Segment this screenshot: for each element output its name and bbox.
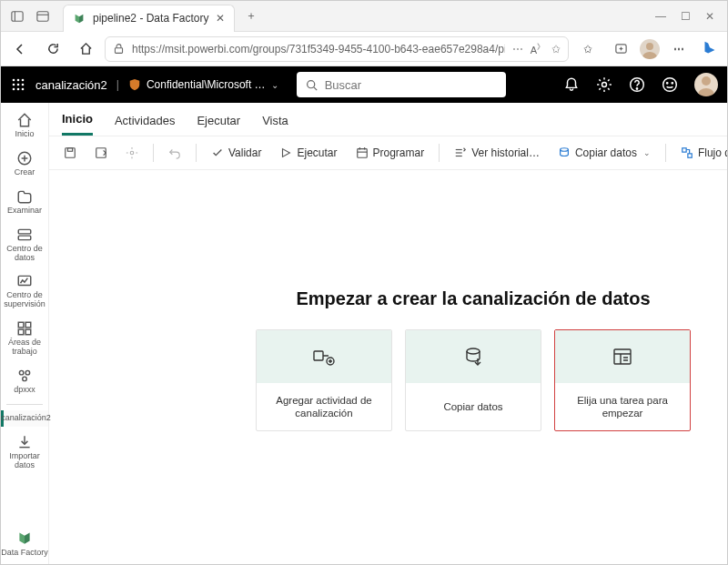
window-minimize-icon[interactable]: —	[655, 10, 666, 23]
svg-point-36	[25, 370, 30, 375]
svg-rect-39	[67, 148, 72, 152]
tab-actividades[interactable]: Actividades	[115, 110, 175, 135]
url-input[interactable]	[132, 43, 505, 55]
search-input[interactable]	[325, 78, 497, 92]
svg-point-14	[13, 88, 15, 91]
home-button[interactable]	[72, 35, 99, 63]
user-avatar[interactable]	[694, 73, 718, 96]
template-icon	[612, 347, 633, 367]
validate-button[interactable]: Validar	[206, 143, 267, 163]
svg-point-17	[307, 80, 314, 87]
collections-icon[interactable]	[607, 35, 634, 63]
svg-rect-31	[18, 322, 24, 328]
nav-product-switch[interactable]: Data Factory	[1, 530, 48, 560]
sensitivity-label[interactable]: Confidential\Microsoft … ⌄	[128, 78, 278, 91]
shield-icon	[128, 78, 141, 91]
svg-rect-38	[66, 148, 76, 158]
profile-avatar[interactable]	[640, 39, 660, 59]
new-tab-button[interactable]: ＋	[238, 4, 264, 29]
back-button[interactable]	[6, 35, 34, 63]
svg-point-22	[663, 78, 677, 92]
history-button[interactable]: Ver historial…	[449, 143, 545, 163]
svg-rect-4	[115, 48, 122, 54]
tab-vista[interactable]: Vista	[262, 110, 288, 135]
feedback-icon[interactable]	[662, 76, 678, 93]
svg-point-49	[561, 148, 569, 152]
bing-chat-icon[interactable]	[698, 37, 722, 61]
search-box[interactable]	[297, 72, 506, 97]
nav-workspaces[interactable]: Áreas de trabajo	[1, 317, 48, 360]
undo-button[interactable]	[163, 143, 187, 163]
svg-point-10	[22, 79, 25, 82]
nav-import[interactable]: Importar datos	[1, 430, 48, 474]
workspaces-icon[interactable]	[32, 5, 54, 27]
svg-rect-61	[614, 349, 631, 364]
card-choose-task[interactable]: Elija una tarea para empezar	[554, 329, 691, 431]
breadcrumb-item[interactable]: canalización2	[35, 78, 107, 92]
run-button[interactable]: Ejecutar	[274, 143, 342, 163]
svg-point-19	[602, 83, 607, 87]
reader-icon[interactable]: ⋯	[512, 43, 523, 55]
lock-icon	[113, 43, 125, 55]
nav-create[interactable]: Crear	[1, 146, 48, 181]
svg-rect-0	[12, 11, 23, 21]
nav-browse[interactable]: Examinar	[1, 185, 48, 219]
nav-workspace-item[interactable]: dpxxx	[1, 364, 48, 399]
svg-point-35	[19, 370, 24, 375]
svg-point-11	[13, 84, 15, 86]
window-maximize-icon[interactable]: ☐	[681, 10, 691, 23]
favorites-bar-icon[interactable]: ✩	[574, 35, 602, 63]
app-header: canalización2 | Confidential\Microsoft ……	[1, 66, 727, 103]
favorite-icon[interactable]: ✩	[551, 43, 561, 55]
svg-point-9	[17, 79, 20, 82]
browser-address-bar: ⋯ A》 ✩ ✩ ⋯	[1, 32, 727, 66]
tab-close-icon[interactable]: ✕	[216, 12, 225, 25]
settings-icon[interactable]	[596, 76, 612, 93]
svg-line-18	[314, 86, 317, 89]
nav-pipeline-active[interactable]: canalización2	[1, 410, 48, 427]
svg-point-8	[13, 79, 15, 82]
tab-favicon	[73, 12, 86, 25]
ribbon-tabs: Inicio Actividades Ejecutar Vista	[49, 103, 728, 136]
notifications-icon[interactable]	[563, 76, 580, 93]
app-launcher-icon[interactable]	[10, 76, 26, 93]
svg-rect-33	[18, 329, 24, 335]
tab-inicio[interactable]: Inicio	[62, 108, 93, 136]
breadcrumb-separator: |	[116, 78, 119, 91]
card-copy-data[interactable]: Copiar datos	[405, 329, 541, 431]
nav-home[interactable]: Inicio	[1, 108, 48, 143]
browser-menu-icon[interactable]: ⋯	[665, 35, 693, 63]
dataflow-button[interactable]: Flujo de datos	[675, 143, 728, 163]
svg-point-12	[17, 84, 20, 86]
schedule-button[interactable]: Programar	[350, 143, 430, 163]
text-size-icon[interactable]: A》	[531, 42, 544, 55]
nav-monitor[interactable]: Centro de supervisión	[1, 269, 48, 313]
toolbar: Validar Ejecutar Programar Ver historial…	[49, 136, 728, 170]
url-box[interactable]: ⋯ A》 ✩	[105, 36, 569, 62]
svg-point-13	[22, 84, 25, 86]
svg-rect-34	[25, 329, 31, 335]
svg-point-37	[23, 377, 27, 381]
window-close-icon[interactable]: ✕	[705, 10, 714, 23]
svg-point-23	[667, 83, 668, 84]
sidebar-toggle-icon[interactable]	[6, 5, 28, 27]
settings-button[interactable]	[120, 143, 144, 163]
svg-point-21	[636, 88, 637, 89]
card-add-activity[interactable]: Agregar actividad de canalización	[256, 329, 392, 431]
copy-data-icon	[462, 346, 484, 368]
svg-rect-55	[314, 351, 323, 360]
svg-rect-28	[18, 229, 31, 234]
save-as-button[interactable]	[89, 143, 113, 163]
svg-point-16	[22, 88, 25, 91]
save-button[interactable]	[58, 143, 82, 163]
canvas-heading: Empezar a crear la canalización de datos	[296, 288, 650, 309]
svg-point-15	[17, 88, 20, 91]
nav-datahub[interactable]: Centro de datos	[1, 223, 48, 267]
left-nav: Inicio Crear Examinar Centro de datos Ce…	[1, 103, 49, 565]
refresh-button[interactable]	[39, 35, 66, 63]
copy-data-button[interactable]: Copiar datos⌄	[552, 143, 656, 163]
data-factory-icon	[16, 530, 33, 546]
browser-tab[interactable]: pipeline2 - Data Factory ✕	[63, 5, 235, 32]
help-icon[interactable]	[629, 76, 645, 93]
tab-ejecutar[interactable]: Ejecutar	[197, 110, 240, 135]
